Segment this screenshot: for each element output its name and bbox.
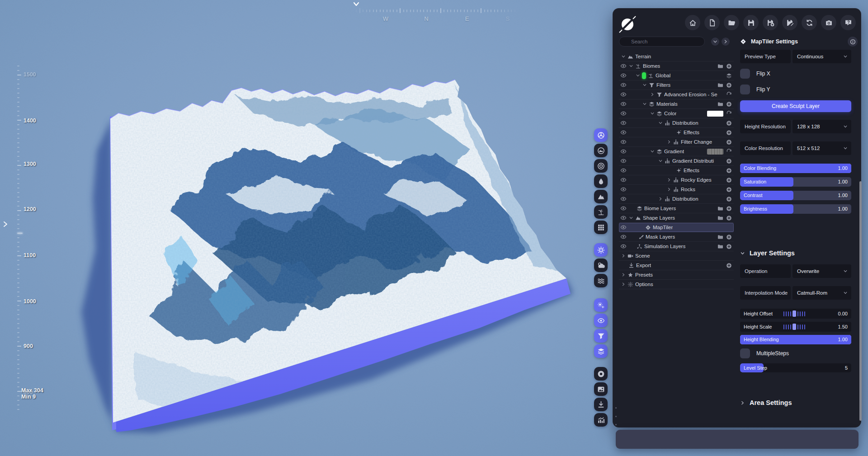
plus-icon[interactable] xyxy=(726,215,732,221)
layer-row-rocks[interactable]: Rocks xyxy=(619,185,734,194)
home-button[interactable] xyxy=(685,15,700,30)
save-plus-button[interactable] xyxy=(763,15,778,30)
visibility-eye-icon[interactable] xyxy=(620,215,627,221)
visibility-eye-icon[interactable] xyxy=(620,177,627,183)
refresh-icon[interactable] xyxy=(726,149,732,155)
layer-row-global[interactable]: Global xyxy=(619,71,734,80)
plus-icon[interactable] xyxy=(726,263,732,268)
plus-icon[interactable] xyxy=(726,244,732,249)
color-blending-slider[interactable]: Color Blending1.00 xyxy=(740,164,851,173)
help-button[interactable] xyxy=(840,15,856,30)
water-drop-button[interactable] xyxy=(594,174,608,188)
chevron-down-icon[interactable] xyxy=(650,111,655,116)
create-sculpt-layer-button[interactable]: Create Sculpt Layer xyxy=(740,100,851,112)
grid-button[interactable] xyxy=(594,221,608,234)
flip-y-checkbox[interactable] xyxy=(740,85,750,94)
plus-icon[interactable] xyxy=(726,101,732,107)
layer-row-biome-layers[interactable]: Biome Layers xyxy=(619,204,734,213)
layer-row-color[interactable]: Color xyxy=(619,109,734,118)
cloud-button[interactable] xyxy=(594,259,608,272)
layer-row-advanced-erosion-se[interactable]: Advanced Erosion - Se xyxy=(619,90,734,99)
layer-row-effects[interactable]: Effects xyxy=(619,166,734,175)
saturation-slider[interactable]: Saturation1.00 xyxy=(740,177,851,187)
plus-icon[interactable] xyxy=(726,63,732,69)
plus-icon[interactable] xyxy=(726,130,732,136)
chevron-right-icon[interactable] xyxy=(667,187,671,192)
visibility-eye-icon[interactable] xyxy=(620,120,627,126)
gradient-value-swatch[interactable] xyxy=(707,149,723,155)
visibility-eye-icon[interactable] xyxy=(620,196,627,202)
refresh-icon[interactable] xyxy=(726,92,732,98)
panel-resize-handle[interactable] xyxy=(614,407,617,425)
section-area-settings[interactable]: Area Settings xyxy=(740,398,851,408)
folder-icon[interactable] xyxy=(717,215,723,221)
brightness-slider[interactable]: Brightness1.00 xyxy=(740,204,851,214)
color-value-swatch[interactable] xyxy=(707,111,723,117)
chevron-right-icon[interactable] xyxy=(667,140,671,144)
visibility-eye-icon[interactable] xyxy=(620,158,627,164)
layer-row-maptiler[interactable]: MapTiler xyxy=(619,223,734,232)
open-folder-button[interactable] xyxy=(724,15,739,30)
layers-button[interactable] xyxy=(594,344,608,358)
interpolation-mode-dropdown[interactable]: Catmull-Rom xyxy=(793,286,851,300)
layer-row-rocky-edges[interactable]: Rocky Edges xyxy=(619,175,734,185)
layer-row-presets[interactable]: Presets xyxy=(619,270,734,280)
chevron-down-icon[interactable] xyxy=(642,83,647,87)
plus-icon[interactable] xyxy=(726,206,732,212)
layer-row-simulation-layers[interactable]: Simulation Layers xyxy=(619,242,734,251)
visibility-eye-icon[interactable] xyxy=(620,72,627,79)
operation-dropdown[interactable]: Overwrite xyxy=(793,264,851,278)
plus-icon[interactable] xyxy=(726,158,732,164)
save-edit-button[interactable] xyxy=(782,15,797,30)
visibility-eye-icon[interactable] xyxy=(620,148,627,155)
height-blending-slider[interactable]: Height Blending1.00 xyxy=(740,335,851,344)
mountain-button[interactable] xyxy=(594,190,608,203)
visibility-eye-icon[interactable] xyxy=(620,205,627,212)
folder-icon[interactable] xyxy=(717,63,723,69)
height-offset-drag-input[interactable]: Height Offset0.00 xyxy=(740,309,851,319)
layer-row-mask-layers[interactable]: Mask Layers xyxy=(619,232,734,242)
preview-type-dropdown[interactable]: Continuous xyxy=(793,50,851,63)
plus-icon[interactable] xyxy=(726,120,732,126)
chevron-right-icon[interactable] xyxy=(650,92,655,97)
info-button[interactable] xyxy=(848,37,858,47)
layer-row-effects[interactable]: Effects xyxy=(619,128,734,137)
section-layer-settings[interactable]: Layer Settings xyxy=(740,248,851,258)
layer-row-export[interactable]: Export xyxy=(619,261,734,270)
chevron-down-icon[interactable] xyxy=(650,149,655,154)
layer-row-filters[interactable]: Filters xyxy=(619,80,734,90)
terrain-globe-button[interactable] xyxy=(594,144,608,157)
search-input[interactable] xyxy=(619,37,705,47)
plus-icon[interactable] xyxy=(726,196,732,202)
expand-left-panel-arrow[interactable] xyxy=(2,221,9,228)
visibility-eye-icon[interactable] xyxy=(620,243,627,249)
visibility-eye-icon[interactable] xyxy=(620,129,627,136)
drag-knob[interactable] xyxy=(793,310,796,317)
plus-icon[interactable] xyxy=(726,139,732,145)
folder-icon[interactable] xyxy=(717,206,723,212)
visibility-eye-icon[interactable] xyxy=(620,91,627,98)
collapse-all-button[interactable] xyxy=(711,38,719,46)
visibility-eye-icon[interactable] xyxy=(620,167,627,174)
visibility-eye-icon[interactable] xyxy=(620,82,627,88)
visibility-eye-icon[interactable] xyxy=(620,224,627,230)
folder-icon[interactable] xyxy=(717,101,723,107)
settings-scrollbar[interactable] xyxy=(859,37,862,422)
chevron-right-icon[interactable] xyxy=(621,254,626,258)
layer-row-gradient[interactable]: Gradient xyxy=(619,147,734,156)
chevron-down-icon[interactable] xyxy=(629,64,633,68)
layer-row-filter-change[interactable]: Filter Change xyxy=(619,137,734,147)
download-button[interactable] xyxy=(594,398,608,411)
app-logo[interactable] xyxy=(617,14,638,36)
record-button[interactable] xyxy=(594,367,608,381)
expand-all-button[interactable] xyxy=(722,38,730,46)
contrast-slider[interactable]: Contrast1.00 xyxy=(740,191,851,200)
stats-button[interactable] xyxy=(594,413,608,427)
refresh-icon[interactable] xyxy=(726,111,732,117)
height-resolution-dropdown[interactable]: 128 x 128 xyxy=(793,120,851,133)
new-file-button[interactable] xyxy=(704,15,720,30)
chevron-down-icon[interactable] xyxy=(658,121,663,125)
multiplesteps-checkbox[interactable] xyxy=(740,348,750,358)
filter-button[interactable] xyxy=(594,329,608,343)
layer-row-gradient-distributi[interactable]: Gradient Distributi xyxy=(619,156,734,166)
